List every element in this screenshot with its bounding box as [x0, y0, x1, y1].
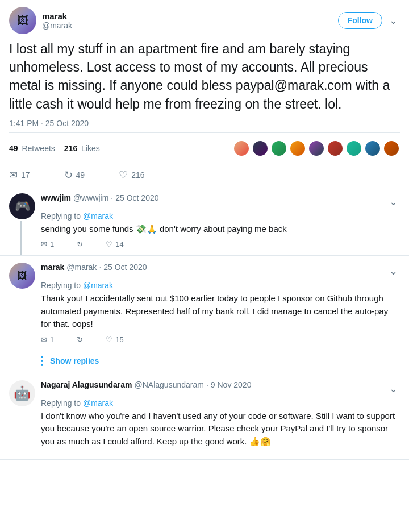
- reply-text: sending you some funds 💸🙏 don't worry ab…: [41, 223, 400, 236]
- follow-button[interactable]: Follow: [338, 12, 382, 29]
- marak-reply-text: Thank you! I accidentally sent out $100 …: [41, 292, 400, 331]
- dot-1: [41, 356, 43, 358]
- likers-avatars: [233, 140, 400, 157]
- tweet-time: 1:41 PM · 25 Oct 2020: [9, 119, 400, 128]
- reply-dot: ·: [111, 193, 113, 202]
- more-options-button[interactable]: ⌄: [387, 12, 400, 29]
- marak-replying-to: Replying to @marak: [41, 281, 400, 290]
- liker-avatar-2: [252, 140, 269, 157]
- nagaraj-replying-to-link[interactable]: @marak: [83, 398, 113, 408]
- retweets-count: 49: [9, 144, 18, 153]
- retweets-stat[interactable]: 49 Retweets: [9, 144, 55, 153]
- liker-avatar-6: [327, 140, 344, 157]
- show-replies[interactable]: Show replies: [0, 351, 409, 373]
- display-name[interactable]: marak: [42, 11, 72, 21]
- reply-count: 17: [21, 171, 30, 180]
- reply-avatar-nagaraj: 🤖: [9, 380, 35, 406]
- marak-reply-like-count: 15: [115, 335, 123, 344]
- reply-content-marak: marak @marak · 25 Oct 2020 ⌄ Replying to…: [41, 263, 400, 344]
- nagaraj-reply-text: I don't know who you're and I haven't us…: [41, 410, 400, 448]
- reply-header-left-marak: marak @marak · 25 Oct 2020: [41, 263, 147, 272]
- reply-icon: ✉: [9, 169, 18, 181]
- reply-item-nagaraj: 🤖 Nagaraj Alagusundaram @NAlagusundaram …: [0, 373, 409, 460]
- nagaraj-dot: ·: [206, 380, 208, 389]
- show-replies-dots-icon: [41, 356, 43, 366]
- reply-more-button[interactable]: ⌄: [387, 193, 400, 210]
- marak-replying-to-link[interactable]: @marak: [83, 281, 113, 290]
- marak-reply-like-button[interactable]: ♡ 15: [106, 335, 123, 344]
- tweet-body: I lost all my stuff in an apartment fire…: [9, 40, 400, 113]
- avatar-image: 🖼: [9, 7, 36, 34]
- show-replies-label: Show replies: [50, 356, 99, 365]
- replying-to-link[interactable]: @marak: [83, 211, 113, 221]
- username: @marak: [42, 21, 72, 30]
- user-info: marak @marak: [42, 11, 72, 30]
- reply-action-button[interactable]: ✉ 17: [9, 169, 30, 181]
- liker-avatar-8: [364, 140, 381, 157]
- marak-reply-reply-count: 1: [50, 335, 54, 344]
- nagaraj-replying-to: Replying to @marak: [41, 398, 400, 408]
- marak-reply-dot: ·: [99, 263, 101, 272]
- nagaraj-more-button[interactable]: ⌄: [387, 380, 400, 397]
- reply-actions: ✉ 1 ↻ ♡ 14: [41, 240, 400, 248]
- marak-reply-username: @marak: [66, 263, 97, 272]
- liker-avatar-4: [289, 140, 306, 157]
- avatar: 🖼: [9, 7, 36, 34]
- like-count: 216: [131, 171, 144, 180]
- reply-reply-icon: ✉: [41, 240, 47, 248]
- reply-like-count: 14: [115, 240, 123, 248]
- reply-like-button[interactable]: ♡ 14: [106, 240, 123, 248]
- tweet-stats: 49 Retweets 216 Likes: [9, 132, 400, 164]
- heart-icon: ♡: [119, 169, 128, 181]
- retweet-count: 49: [76, 171, 85, 180]
- tweet-header-left: 🖼 marak @marak: [9, 7, 72, 34]
- reply-content-wwwjim: wwwjim @wwwjim · 25 Oct 2020 ⌄ Replying …: [41, 193, 400, 249]
- likes-stat[interactable]: 216 Likes: [64, 144, 100, 153]
- marak-heart-icon: ♡: [106, 335, 112, 344]
- liker-avatar-3: [270, 140, 287, 157]
- reply-date: 25 Oct 2020: [115, 193, 158, 202]
- reply-retweet-icon: ↻: [77, 240, 83, 248]
- like-action-button[interactable]: ♡ 216: [119, 169, 144, 181]
- marak-reply-reply-button[interactable]: ✉ 1: [41, 335, 54, 344]
- retweet-action-button[interactable]: ↻ 49: [64, 169, 85, 181]
- likes-count: 216: [64, 144, 77, 153]
- reply-header-nagaraj: Nagaraj Alagusundaram @NAlagusundaram · …: [41, 380, 400, 397]
- nagaraj-date: 9 Nov 2020: [211, 380, 252, 389]
- liker-avatar-1: [233, 140, 250, 157]
- comment-thread: 🎮 wwwjim @wwwjim · 25 Oct 2020 ⌄ Replyin…: [0, 186, 409, 460]
- main-tweet: 🖼 marak @marak Follow ⌄ I lost all my st…: [0, 0, 409, 186]
- likes-label: Likes: [81, 144, 100, 153]
- header-right: Follow ⌄: [338, 12, 400, 29]
- liker-avatar-9: [383, 140, 400, 157]
- tweet-header: 🖼 marak @marak Follow ⌄: [9, 7, 400, 34]
- liker-avatar-5: [308, 140, 325, 157]
- nagaraj-display-name[interactable]: Nagaraj Alagusundaram: [41, 380, 132, 389]
- reply-avatar-wwwjim: 🎮: [9, 193, 35, 219]
- nagaraj-username: @NAlagusundaram: [135, 380, 204, 389]
- reply-header-left: wwwjim @wwwjim · 25 Oct 2020: [41, 193, 159, 202]
- reply-header-left-nagaraj: Nagaraj Alagusundaram @NAlagusundaram · …: [41, 380, 251, 389]
- dot-2: [41, 360, 43, 362]
- reply-item-marak: 🖼 marak @marak · 25 Oct 2020 ⌄ Replying …: [0, 256, 409, 351]
- dot-3: [41, 364, 43, 366]
- reply-header: wwwjim @wwwjim · 25 Oct 2020 ⌄: [41, 193, 400, 210]
- retweets-label: Retweets: [22, 144, 55, 153]
- reply-username: @wwwjim: [73, 193, 108, 202]
- reply-reply-button[interactable]: ✉ 1: [41, 240, 54, 248]
- reply-retweet-button[interactable]: ↻: [77, 240, 83, 248]
- reply-display-name[interactable]: wwwjim: [41, 193, 71, 202]
- replying-to: Replying to @marak: [41, 211, 400, 221]
- marak-reply-more-button[interactable]: ⌄: [387, 263, 400, 280]
- marak-reply-reply-icon: ✉: [41, 335, 47, 344]
- marak-reply-display-name[interactable]: marak: [41, 263, 64, 272]
- liker-avatar-7: [345, 140, 362, 157]
- reply-reply-count: 1: [50, 240, 54, 248]
- retweet-icon: ↻: [64, 169, 73, 181]
- reply-content-nagaraj: Nagaraj Alagusundaram @NAlagusundaram · …: [41, 380, 400, 453]
- reply-heart-icon: ♡: [106, 240, 112, 248]
- marak-reply-retweet-button[interactable]: ↻: [77, 335, 83, 344]
- reply-header-marak: marak @marak · 25 Oct 2020 ⌄: [41, 263, 400, 280]
- reply-avatar-marak: 🖼: [9, 263, 35, 289]
- thread-line: [20, 221, 22, 256]
